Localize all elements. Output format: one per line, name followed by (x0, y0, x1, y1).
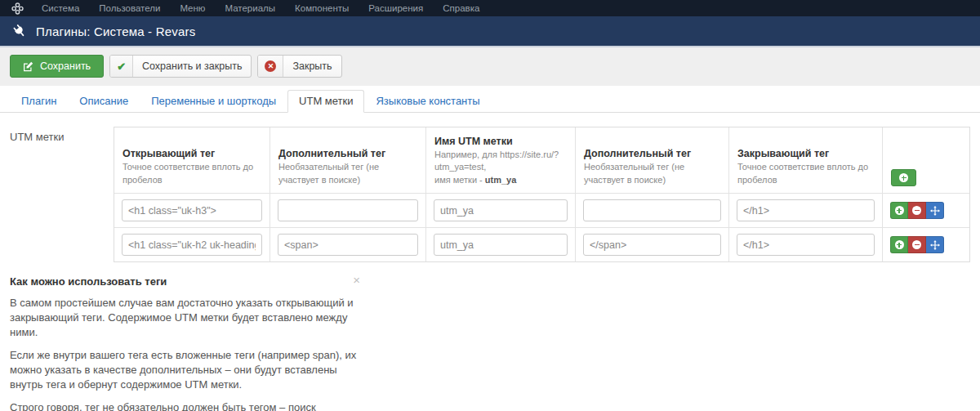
menu-item-content[interactable]: Материалы (215, 0, 285, 16)
opening-tag-input[interactable] (122, 199, 262, 221)
move-icon (930, 240, 940, 250)
tab-plugin[interactable]: Плагин (10, 90, 68, 113)
save-button-label: Сохранить (40, 60, 91, 72)
plug-icon (13, 25, 26, 38)
extra-tag-2-input[interactable] (583, 199, 721, 221)
utm-field-label: UTM метки (10, 127, 114, 143)
menu-item-components[interactable]: Компоненты (285, 0, 359, 16)
joomla-logo-icon (11, 2, 24, 15)
check-icon: ✔ (110, 56, 133, 77)
help-paragraph: Строго говоря, тег не обязательно должен… (10, 400, 365, 411)
tab-utm-tags[interactable]: UTM метки (287, 90, 364, 113)
extra-tag-1-input[interactable] (278, 199, 418, 221)
extra-tag-1-input[interactable] (278, 234, 418, 256)
table-row (114, 227, 969, 261)
header-extra-tag-1: Дополнительный тег Необязательный тег (н… (270, 127, 426, 193)
menu-item-system[interactable]: Система (32, 0, 89, 16)
close-button[interactable]: ✕ Закрыть (257, 55, 341, 78)
top-navigation: Система Пользователи Меню Материалы Комп… (32, 0, 489, 16)
help-note: Как можно использовать теги × В самом пр… (10, 275, 365, 411)
header-utm-name: Имя UTM метки Например, для https://site… (426, 127, 576, 193)
tab-description[interactable]: Описание (68, 90, 140, 113)
help-paragraph: В самом простейшем случае вам достаточно… (10, 296, 365, 340)
plus-circle-icon (895, 206, 904, 215)
table-row (114, 193, 969, 227)
menu-item-users[interactable]: Пользователи (89, 0, 170, 16)
header-closing-tag: Закрывающий тег Точное соответствие впло… (729, 127, 883, 193)
row-remove-button[interactable] (908, 202, 926, 219)
row-add-button[interactable] (890, 202, 908, 219)
row-move-button[interactable] (926, 202, 944, 219)
row-move-button[interactable] (926, 236, 944, 253)
closing-tag-input[interactable] (737, 199, 875, 221)
edit-square-icon (23, 61, 33, 72)
save-button[interactable]: Сохранить (10, 55, 104, 78)
add-row-button[interactable] (891, 169, 916, 186)
tab-variables-shortcodes[interactable]: Переменные и шорткоды (140, 90, 287, 113)
closing-tag-input[interactable] (737, 234, 875, 256)
tab-language-constants[interactable]: Языковые константы (364, 90, 491, 113)
row-add-button[interactable] (890, 236, 908, 253)
plus-circle-icon (895, 240, 904, 249)
plus-circle-icon (899, 173, 908, 182)
toolbar: Сохранить ✔ Сохранить и закрыть ✕ Закрыт… (0, 47, 980, 86)
table-header-row: Открывающий тег Точное соответствие впло… (114, 127, 969, 193)
header-opening-tag: Открывающий тег Точное соответствие впло… (114, 127, 270, 193)
utm-name-input[interactable] (434, 234, 568, 256)
menu-item-extensions[interactable]: Расширения (359, 0, 433, 16)
tab-bar: Плагин Описание Переменные и шорткоды UT… (0, 86, 980, 113)
help-note-title: Как можно использовать теги (10, 275, 365, 288)
header-extra-tag-2: Дополнительный тег Необязательный тег (н… (576, 127, 729, 193)
tab-content: UTM метки Открывающий тег Точное соответ… (0, 113, 980, 262)
header-actions (883, 127, 969, 193)
opening-tag-input[interactable] (122, 234, 262, 256)
page-header: Плагины: Система - Revars (0, 16, 980, 47)
minus-circle-icon (912, 240, 921, 249)
utm-name-input[interactable] (434, 199, 568, 221)
extra-tag-2-input[interactable] (583, 234, 721, 256)
minus-circle-icon (912, 206, 921, 215)
menu-item-help[interactable]: Справка (433, 0, 489, 16)
row-remove-button[interactable] (908, 236, 926, 253)
move-icon (930, 206, 940, 216)
save-and-close-button[interactable]: ✔ Сохранить и закрыть (109, 55, 252, 78)
admin-menubar: Система Пользователи Меню Материалы Комп… (0, 0, 980, 16)
page-title: Плагины: Система - Revars (36, 25, 195, 38)
save-and-close-label: Сохранить и закрыть (133, 56, 251, 77)
utm-tags-table: Открывающий тег Точное соответствие впло… (114, 127, 970, 262)
menu-item-menus[interactable]: Меню (170, 0, 215, 16)
cancel-circle-icon: ✕ (258, 56, 283, 77)
help-paragraph: Если же внутри вашего тега есть вложенны… (10, 348, 365, 392)
close-button-label: Закрыть (283, 56, 341, 77)
close-icon[interactable]: × (353, 274, 360, 286)
